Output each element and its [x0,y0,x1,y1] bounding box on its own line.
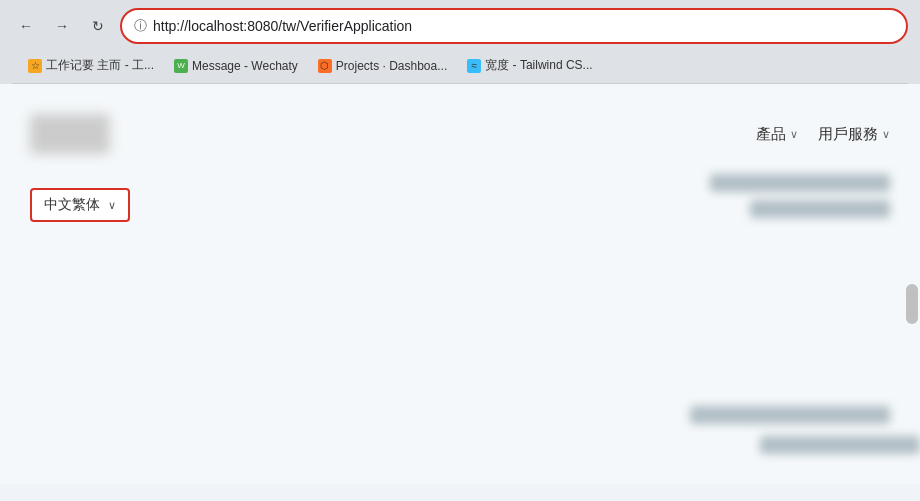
nav-user-service-chevron: ∨ [882,128,890,141]
bookmark-icon-2: W [174,59,188,73]
bookmark-label-4: 宽度 - Tailwind CS... [485,57,592,74]
back-button[interactable]: ← [12,12,40,40]
bookmark-item-2[interactable]: W Message - Wechaty [166,56,306,76]
lang-selector-wrapper: 中文繁体 ∨ [30,188,130,222]
browser-controls: ← → ↻ ⓘ [12,8,908,52]
bookmark-icon-4: ≈ [467,59,481,73]
page-logo [30,114,110,154]
bookmark-label-1: 工作记要 主而 - 工... [46,57,154,74]
info-icon: ⓘ [134,17,147,35]
bookmark-icon-3: ⬡ [318,59,332,73]
lang-selector[interactable]: 中文繁体 ∨ [30,188,130,222]
address-bar[interactable]: ⓘ [120,8,908,44]
blur-block-bottom-2 [760,436,920,454]
page-nav-right: 產品 ∨ 用戶服務 ∨ [756,125,890,144]
url-input[interactable] [153,18,894,34]
nav-user-service[interactable]: 用戶服務 ∨ [818,125,890,144]
browser-chrome: ← → ↻ ⓘ ☆ 工作记要 主而 - 工... W Message - Wec… [0,0,920,84]
page-nav: 產品 ∨ 用戶服務 ∨ [30,104,890,164]
blur-block-2 [750,200,890,218]
lang-selector-chevron: ∨ [108,199,116,212]
reload-button[interactable]: ↻ [84,12,112,40]
scroll-indicator[interactable] [906,284,918,324]
bookmark-label-2: Message - Wechaty [192,59,298,73]
nav-user-service-label: 用戶服務 [818,125,878,144]
lang-selector-label: 中文繁体 [44,196,100,214]
forward-button[interactable]: → [48,12,76,40]
blur-block-bottom-1 [690,406,890,424]
bookmark-item-1[interactable]: ☆ 工作记要 主而 - 工... [20,54,162,77]
nav-products-label: 產品 [756,125,786,144]
bookmark-icon-1: ☆ [28,59,42,73]
bookmark-item-4[interactable]: ≈ 宽度 - Tailwind CS... [459,54,600,77]
bookmark-label-3: Projects · Dashboa... [336,59,447,73]
nav-products-chevron: ∨ [790,128,798,141]
bookmarks-bar: ☆ 工作记要 主而 - 工... W Message - Wechaty ⬡ P… [12,52,908,84]
page-content: 產品 ∨ 用戶服務 ∨ 中文繁体 ∨ [0,84,920,484]
blurred-content-top-right [710,174,890,218]
blur-block-1 [710,174,890,192]
nav-products[interactable]: 產品 ∨ [756,125,798,144]
bookmark-item-3[interactable]: ⬡ Projects · Dashboa... [310,56,455,76]
